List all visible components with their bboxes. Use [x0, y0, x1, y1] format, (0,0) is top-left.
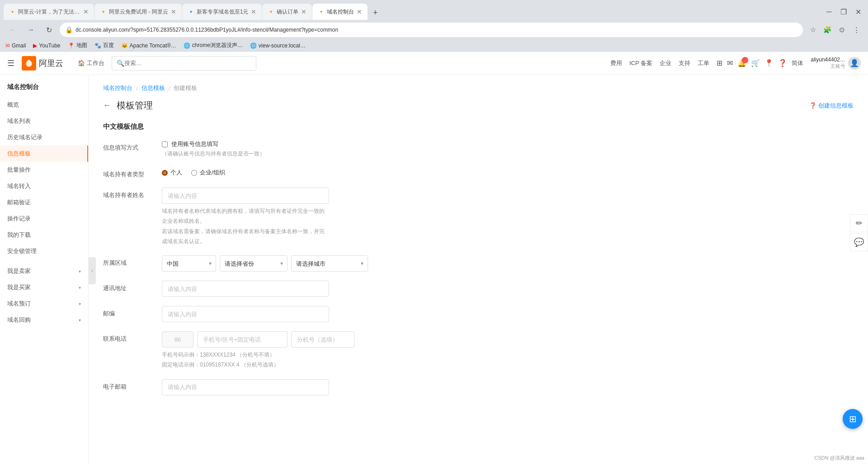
sidebar-item-my-downloads[interactable]: 我的下载 — [0, 227, 88, 243]
owner-type-enterprise[interactable]: 企业/组织 — [191, 169, 225, 177]
email-input[interactable] — [162, 379, 329, 395]
nav-link-support[interactable]: 支持 — [679, 59, 690, 67]
sidebar-section-buyer[interactable]: 我是买家 ▾ — [0, 279, 88, 296]
close-button[interactable]: ✕ — [852, 5, 864, 18]
sidebar-item-overview[interactable]: 概览 — [0, 97, 88, 113]
reload-button[interactable]: ↻ — [42, 23, 56, 37]
create-info-link[interactable]: ❓ 创建信息模板 — [809, 102, 854, 110]
tab-5-close[interactable]: ✕ — [357, 8, 362, 15]
language-label[interactable]: 简体 — [792, 59, 803, 67]
breadcrumb-domain-console[interactable]: 域名控制台 — [103, 84, 132, 92]
nav-link-ticket[interactable]: 工单 — [698, 59, 709, 67]
right-floaters: ✏ 💬 — [850, 214, 868, 251]
chat-float-button[interactable]: 💬 — [850, 233, 868, 251]
top-search-box[interactable]: 🔍 — [112, 56, 256, 70]
tab-1-title: 阿里云-计算，为了无法计算的价… — [18, 8, 80, 16]
owner-type-individual[interactable]: 个人 — [162, 169, 182, 177]
breadcrumb-info-template[interactable]: 信息模板 — [142, 84, 165, 92]
baidu-favicon: 🐾 — [94, 42, 101, 49]
sidebar-item-batch[interactable]: 批量操作 — [0, 162, 88, 178]
sidebar-section-buyback[interactable]: 域名回购 ▾ — [0, 312, 88, 328]
fill-method-checkbox[interactable] — [162, 141, 168, 147]
new-tab-button[interactable]: + — [368, 5, 382, 20]
sidebar-item-transfer-in[interactable]: 域名转入 — [0, 178, 88, 194]
logo[interactable]: 阿里云 — [22, 56, 63, 70]
address-input[interactable] — [162, 281, 329, 297]
sidebar-toggle-btn[interactable]: ‹ — [89, 257, 96, 284]
email-row: 电子邮箱 — [103, 379, 854, 395]
sidebar-section-seller[interactable]: 我是卖家 ▾ — [0, 263, 88, 279]
help-icon[interactable]: ❓ — [778, 59, 787, 67]
sidebar-item-email-verify[interactable]: 邮箱验证 — [0, 194, 88, 211]
notification-icon[interactable]: 🔔· — [737, 59, 746, 67]
url-bar[interactable]: 🔒 dc.console.aliyun.com/?spm=5176.283552… — [60, 23, 803, 37]
postal-input[interactable] — [162, 306, 329, 322]
cart-icon[interactable]: 🛒 — [751, 59, 760, 67]
region-label: 所属区域 — [103, 255, 162, 267]
owner-type-radio-individual[interactable] — [162, 170, 168, 176]
message-icon[interactable]: ✉ — [727, 59, 733, 67]
bookmark-star-icon[interactable]: ☆ — [807, 23, 819, 36]
sidebar-item-operation-log[interactable]: 操作记录 — [0, 211, 88, 227]
nav-link-fee[interactable]: 费用 — [610, 59, 622, 67]
address-row: 通讯地址 — [103, 281, 854, 297]
grid-float-button[interactable]: ⊞ — [843, 409, 863, 429]
profile-icon[interactable]: ⊙ — [835, 23, 848, 36]
owner-type-radio-enterprise[interactable] — [191, 170, 197, 176]
sidebar-section-preorder[interactable]: 域名预订 ▾ — [0, 296, 88, 312]
location-icon[interactable]: 📍 — [764, 59, 774, 67]
sidebar-item-security-lock[interactable]: 安全锁管理 — [0, 243, 88, 259]
chrome-favicon: 🌐 — [184, 42, 190, 49]
breadcrumb-sep-1: / — [136, 85, 138, 92]
tab-1[interactable]: 🔸 阿里云-计算，为了无法计算的价… ✕ — [4, 4, 94, 20]
postal-row: 邮编 — [103, 306, 854, 322]
tab-5[interactable]: 🔸 域名控制台 ✕ — [312, 4, 368, 20]
bookmark-tomcat-label: Apache Tomcat®… — [130, 42, 176, 49]
tab-1-close[interactable]: ✕ — [83, 8, 89, 15]
search-input[interactable] — [124, 60, 251, 66]
owner-name-input[interactable] — [162, 188, 329, 204]
nav-home[interactable]: 🏠 工作台 — [78, 59, 104, 67]
back-arrow-button[interactable]: ← — [103, 101, 111, 110]
main-inner: 域名控制台 / 信息模板 / 创建模板 ← 模板管理 ❓ — [89, 75, 868, 465]
edit-float-button[interactable]: ✏ — [850, 214, 868, 232]
restore-button[interactable]: ❐ — [837, 5, 850, 18]
tomcat-favicon: 🐱 — [121, 42, 128, 49]
menu-icon[interactable]: ⋮ — [850, 23, 863, 36]
city-select[interactable]: 请选择城市 — [291, 255, 368, 272]
user-info[interactable]: aliyun44402… 主账号 👤 — [811, 56, 861, 70]
sidebar-item-info-template[interactable]: 信息模板 — [0, 146, 88, 162]
viewsource-favicon: 🌐 — [250, 42, 257, 49]
sidebar-label-buyback: 域名回购 — [7, 316, 31, 324]
nav-link-icp[interactable]: ICP 备案 — [629, 59, 652, 67]
dashboard-icon[interactable]: ⊞ — [717, 59, 722, 67]
nav-link-enterprise[interactable]: 企业 — [660, 59, 671, 67]
sidebar-item-domain-list[interactable]: 域名列表 — [0, 113, 88, 129]
hamburger-menu[interactable]: ☰ — [7, 58, 14, 68]
phone-number-input[interactable] — [197, 331, 288, 348]
phone-ext-input[interactable] — [291, 331, 354, 348]
bookmark-gmail[interactable]: ✉ Gmail — [5, 42, 26, 49]
province-select[interactable]: 请选择省份 — [220, 255, 288, 272]
youtube-favicon: ▶ — [33, 42, 37, 49]
tab-2[interactable]: 🔸 阿里云免费试用 - 阿里云 ✕ — [94, 4, 182, 20]
country-select[interactable]: 中国 — [162, 255, 216, 272]
tab-2-close[interactable]: ✕ — [171, 8, 176, 15]
bookmark-baidu[interactable]: 🐾 百度 — [94, 42, 114, 49]
back-button[interactable]: ← — [5, 23, 20, 37]
bookmark-chrome[interactable]: 🌐 chrome浏览器没声… — [184, 42, 243, 49]
user-avatar[interactable]: 👤 — [848, 57, 861, 70]
forward-button[interactable]: → — [24, 23, 38, 37]
tab-3[interactable]: 🔹 新客专享域名低至1元 ✕ — [182, 4, 262, 20]
bookmark-tomcat[interactable]: 🐱 Apache Tomcat®… — [121, 42, 176, 49]
bookmark-maps[interactable]: 📍 地图 — [68, 42, 87, 49]
minimize-button[interactable]: ─ — [823, 5, 835, 18]
extensions-icon[interactable]: 🧩 — [821, 23, 834, 36]
bookmark-youtube[interactable]: ▶ YouTube — [33, 42, 60, 49]
tab-4[interactable]: 🔸 确认订单 ✕ — [262, 4, 312, 20]
owner-type-individual-label: 个人 — [170, 169, 182, 177]
tab-3-close[interactable]: ✕ — [251, 8, 256, 15]
tab-4-close[interactable]: ✕ — [301, 8, 307, 15]
sidebar-item-history[interactable]: 历史域名记录 — [0, 129, 88, 146]
bookmark-viewsource[interactable]: 🌐 view-source:local… — [250, 42, 306, 49]
